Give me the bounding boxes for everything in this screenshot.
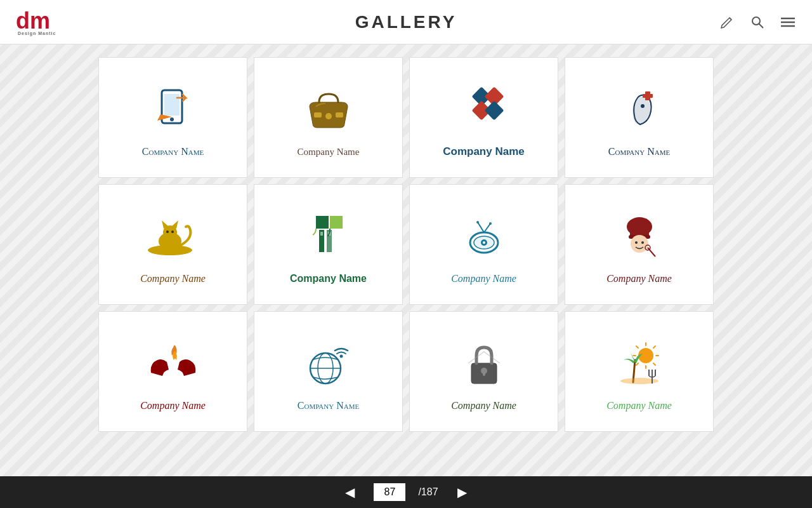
logo-area: dm Design Mantic xyxy=(13,4,57,39)
svg-point-52 xyxy=(339,355,343,358)
logo-icon-8 xyxy=(611,204,668,268)
svg-text:dm: dm xyxy=(16,8,50,34)
logo-name-3: Company Name xyxy=(443,145,524,158)
logo-card-10[interactable]: Company Name xyxy=(254,311,403,432)
svg-line-3 xyxy=(759,23,764,28)
logo-icon-9 xyxy=(145,331,202,395)
logo-grid-row3: Company Name Company Name xyxy=(98,311,714,432)
main-content: Company Name Company Name xyxy=(0,44,812,483)
svg-line-47 xyxy=(648,248,655,257)
pagination-next-button[interactable]: ▶ xyxy=(451,481,473,503)
logo-icon-7 xyxy=(455,204,513,268)
logo-card-5[interactable]: Company Name xyxy=(98,184,247,305)
svg-point-46 xyxy=(641,241,644,244)
logo-name-1: Company Name xyxy=(142,146,204,157)
logo-icon-12 xyxy=(611,331,668,395)
logo-card-7[interactable]: Company Name xyxy=(409,184,558,305)
logo-name-7: Company Name xyxy=(451,273,516,284)
svg-rect-11 xyxy=(336,112,343,117)
svg-point-25 xyxy=(166,231,169,233)
logo-icon-11 xyxy=(455,331,513,395)
logo-icon-10 xyxy=(300,331,357,395)
logo-icon-4 xyxy=(611,77,668,141)
logo-card-9[interactable]: Company Name xyxy=(98,311,247,432)
svg-rect-10 xyxy=(314,112,322,117)
svg-rect-18 xyxy=(643,94,653,98)
svg-line-37 xyxy=(478,222,484,232)
svg-point-36 xyxy=(483,241,485,244)
logo-name-12: Company Name xyxy=(606,400,672,411)
logo-icon-1 xyxy=(148,77,199,141)
logo-card-8[interactable]: Company Name xyxy=(565,184,714,305)
footer: ◀ /187 ▶ xyxy=(0,476,812,508)
svg-point-9 xyxy=(170,117,174,121)
svg-rect-42 xyxy=(630,225,649,236)
pagination-total: /187 xyxy=(418,486,438,498)
svg-line-38 xyxy=(484,224,490,232)
svg-point-26 xyxy=(171,231,174,233)
header: dm Design Mantic GALLERY xyxy=(0,0,812,44)
svg-point-44 xyxy=(631,235,648,253)
gallery-title: GALLERY xyxy=(355,12,457,32)
logo-dm: dm Design Mantic xyxy=(15,4,56,39)
logo-name-6: Company Name xyxy=(290,273,367,284)
logo-name-11: Company Name xyxy=(451,400,516,411)
logo-name-9: Company Name xyxy=(140,400,206,411)
logo-card-4[interactable]: Company Name xyxy=(565,57,714,178)
svg-rect-28 xyxy=(330,216,343,229)
logo-name-4: Company Name xyxy=(608,146,670,157)
logo-card-1[interactable]: Company Name xyxy=(98,57,247,178)
svg-point-2 xyxy=(752,17,760,25)
logo-icon-6 xyxy=(300,204,357,268)
svg-point-39 xyxy=(476,221,479,224)
svg-rect-16 xyxy=(484,100,504,120)
logo-name-5: Company Name xyxy=(140,273,206,284)
svg-point-40 xyxy=(489,222,492,225)
pencil-icon[interactable] xyxy=(716,11,738,34)
pagination-current-input[interactable] xyxy=(374,483,405,501)
logo-card-12[interactable]: Company Name xyxy=(565,311,714,432)
logo-grid-row2: Company Name C xyxy=(98,184,714,305)
svg-point-12 xyxy=(325,113,332,119)
logo-card-2[interactable]: Company Name xyxy=(254,57,403,178)
logo-card-3[interactable]: Company Name xyxy=(409,57,558,178)
logo-icon-5 xyxy=(145,204,202,268)
logo-grid-row1: Company Name Company Name xyxy=(98,57,714,178)
logo-box[interactable]: dm Design Mantic xyxy=(13,4,57,39)
logo-card-11[interactable]: Company Name xyxy=(409,311,558,432)
logo-icon-2 xyxy=(300,78,357,142)
logo-card-6[interactable]: Company Name xyxy=(254,184,403,305)
svg-rect-27 xyxy=(316,216,329,229)
svg-text:Design Mantic: Design Mantic xyxy=(18,31,56,36)
header-icons xyxy=(716,11,799,34)
logo-name-8: Company Name xyxy=(606,273,672,284)
menu-icon[interactable] xyxy=(776,11,799,34)
svg-point-19 xyxy=(641,104,645,108)
logo-icon-3 xyxy=(455,77,513,140)
svg-rect-31 xyxy=(320,232,323,236)
logo-name-2: Company Name xyxy=(298,147,360,157)
logo-name-10: Company Name xyxy=(298,400,359,411)
svg-point-45 xyxy=(635,241,638,244)
svg-rect-55 xyxy=(483,371,485,376)
pagination-prev-button[interactable]: ◀ xyxy=(339,481,361,503)
search-icon[interactable] xyxy=(746,11,769,34)
